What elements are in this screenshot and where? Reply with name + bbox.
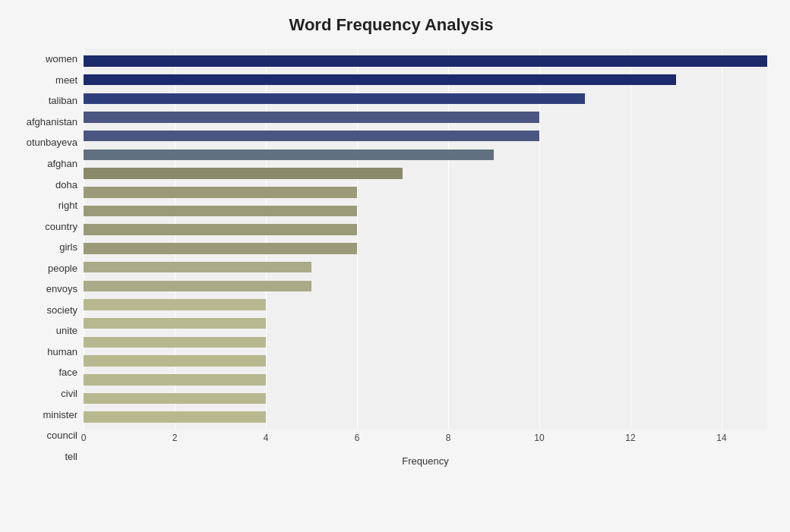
y-label: society <box>47 305 77 315</box>
x-axis-label: Frequency <box>84 455 767 467</box>
y-label: meet <box>55 75 77 85</box>
y-label: taliban <box>49 96 77 105</box>
chart-area: womenmeettalibanafghanistanotunbayevaafg… <box>15 49 767 467</box>
bar <box>84 187 357 197</box>
x-tick: 0 <box>81 433 87 443</box>
y-label: country <box>45 222 77 231</box>
bars-container <box>84 49 767 430</box>
y-label: otunbayeva <box>27 137 77 147</box>
bar <box>84 374 266 385</box>
bar <box>84 299 266 310</box>
grid-and-bars <box>84 49 767 430</box>
bar-row <box>84 258 767 277</box>
bar <box>84 393 266 404</box>
bar <box>84 411 266 422</box>
bar-row <box>84 183 767 202</box>
y-label: human <box>47 347 77 357</box>
y-label: unite <box>56 326 77 335</box>
y-label: people <box>48 263 77 273</box>
y-label: afghan <box>47 159 77 168</box>
bar <box>84 206 357 216</box>
bar-row <box>84 108 767 127</box>
y-axis: womenmeettalibanafghanistanotunbayevaafg… <box>15 49 84 467</box>
y-label: right <box>58 200 77 210</box>
chart-title: Word Frequency Analysis <box>15 15 767 35</box>
bar-row <box>84 89 767 108</box>
x-tick: 4 <box>264 433 269 443</box>
y-label: face <box>58 367 77 377</box>
bar-row <box>84 146 767 165</box>
bar-row <box>84 71 767 90</box>
bar <box>84 74 676 85</box>
bar-row <box>84 351 767 370</box>
bar-row <box>84 220 767 239</box>
bar <box>84 112 539 122</box>
bar-row <box>84 389 767 408</box>
x-tick: 14 <box>716 433 726 443</box>
y-label: civil <box>61 389 77 398</box>
y-label: girls <box>59 242 77 252</box>
bar <box>84 55 767 66</box>
bar-row <box>84 314 767 333</box>
bar <box>84 150 494 160</box>
bar <box>84 224 357 235</box>
bar-row <box>84 408 767 427</box>
bar-row <box>84 239 767 258</box>
y-label: minister <box>43 410 77 420</box>
bar <box>84 337 266 348</box>
y-label: council <box>47 430 77 440</box>
bar-row <box>84 370 767 389</box>
y-label: doha <box>55 180 77 190</box>
bar <box>84 318 266 329</box>
bar <box>84 262 311 272</box>
bar-row <box>84 127 767 146</box>
plot-area: 02468101214 Frequency <box>84 49 767 467</box>
bar <box>84 93 585 104</box>
bar-row <box>84 202 767 221</box>
bar-row <box>84 276 767 295</box>
y-label: tell <box>65 452 77 461</box>
y-label: women <box>46 54 77 64</box>
bar-row <box>84 164 767 183</box>
x-axis: 02468101214 <box>84 433 767 451</box>
x-tick: 12 <box>625 433 635 443</box>
bar <box>84 355 266 366</box>
y-label: afghanistan <box>27 117 77 127</box>
bar <box>84 168 403 178</box>
bar <box>84 243 357 253</box>
bar-row <box>84 52 767 71</box>
x-tick: 8 <box>446 433 451 443</box>
y-label: envoys <box>46 284 77 294</box>
bar <box>84 281 311 291</box>
bar-row <box>84 333 767 352</box>
x-tick: 6 <box>355 433 360 443</box>
bar <box>84 131 539 141</box>
chart-container: Word Frequency Analysis womenmeettaliban… <box>0 0 790 532</box>
bar-row <box>84 295 767 314</box>
x-tick: 10 <box>534 433 544 443</box>
x-tick: 2 <box>172 433 178 443</box>
